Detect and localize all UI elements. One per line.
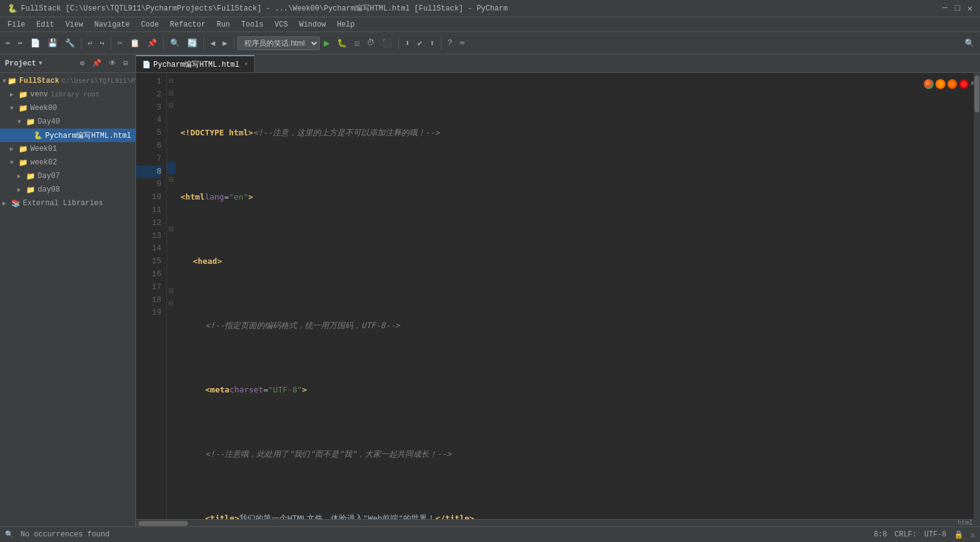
- toolbar-terminal-icon[interactable]: ⌨: [457, 36, 468, 50]
- menu-window[interactable]: Window: [294, 19, 331, 30]
- tree-file-pycharm-html[interactable]: ▶ 🐍 Pycharm编写HTML.html: [0, 129, 135, 142]
- lock-icon: 🔒: [954, 530, 963, 540]
- menu-code[interactable]: Code: [136, 19, 164, 30]
- run-button[interactable]: ▶: [321, 35, 333, 51]
- tab-label-pycharm-html: Pycharm编写HTML.html: [153, 59, 239, 70]
- toolbar-icon3[interactable]: 🔧: [62, 36, 78, 50]
- toolbar-sep5: [234, 37, 234, 49]
- tree-week01[interactable]: ▶ 📁 Week01: [0, 142, 135, 156]
- code-line-3: <head>: [181, 255, 943, 268]
- toolbar-redo-icon[interactable]: ↪: [96, 36, 108, 50]
- tree-day40[interactable]: ▼ 📁 Day40: [0, 115, 135, 129]
- code-line-6: <!--注意哦，此处用了"我们"而不是"我"，大家一起共同成长！-->: [181, 448, 943, 461]
- code-editor[interactable]: <!DOCTYPE html><!--注意，这里的上方是不可以添加注释的哦！--…: [176, 73, 943, 519]
- status-occurrences: No occurrences found: [20, 530, 109, 539]
- title-text: FullStack [C:\Users\TQTL911\PycharmProje…: [21, 3, 508, 14]
- toolbar-copy-icon[interactable]: 📋: [127, 36, 143, 50]
- tree-day07[interactable]: ▶ 📁 Day07: [0, 169, 135, 183]
- toolbar: ⬅ ➡ 📄 💾 🔧 ↩ ↪ ✂ 📋 📌 🔍 🔄 ◀ ▶ 程序员的笑话.html …: [0, 32, 980, 54]
- toolbar-cut-icon[interactable]: ✂: [114, 36, 126, 50]
- toolbar-replace-icon[interactable]: 🔄: [184, 36, 200, 50]
- close-button[interactable]: ✕: [968, 3, 973, 14]
- toolbar-save-icon[interactable]: 💾: [45, 36, 61, 50]
- tree-week00[interactable]: ▼ 📁 Week00: [0, 101, 135, 115]
- toolbar-vcs-push-icon[interactable]: ⬆: [427, 36, 438, 50]
- toolbar-sep1: [81, 37, 82, 49]
- project-eye-icon[interactable]: 👁: [106, 57, 119, 69]
- project-dropdown-icon[interactable]: ▼: [38, 60, 42, 67]
- toolbar-vcs-commit-icon[interactable]: ✔: [414, 36, 425, 50]
- warning-icon: ⚠: [971, 530, 975, 540]
- project-panel: ▼ 📁 FullStack C:\Users\TQTL911\Py ▶ 📁 ve…: [0, 73, 136, 527]
- tab-pycharm-html[interactable]: 📄 Pycharm编写HTML.html ×: [136, 55, 255, 72]
- main-area: ▼ 📁 FullStack C:\Users\TQTL911\Py ▶ 📁 ve…: [0, 73, 980, 527]
- toolbar-coverage-icon[interactable]: ☑: [351, 36, 362, 50]
- toolbar-left-icon[interactable]: ◀: [207, 36, 218, 50]
- editor-content[interactable]: 1 2 3 4 5 6 7 8 9 10 11 12 13 14 15 16 1…: [136, 73, 980, 519]
- project-label: Project: [5, 59, 36, 68]
- tree-root-fullstack[interactable]: ▼ 📁 FullStack C:\Users\TQTL911\Py: [0, 74, 135, 88]
- code-line-4: <!--指定页面的编码格式，统一用万国码，UTF-8-->: [181, 320, 943, 332]
- encoding[interactable]: UTF-8: [924, 530, 947, 539]
- code-line-1: <!DOCTYPE html><!--注意，这里的上方是不可以添加注释的哦！--…: [181, 127, 943, 140]
- minimize-button[interactable]: ─: [942, 3, 947, 14]
- menu-vcs[interactable]: VCS: [270, 19, 293, 30]
- code-line-7: <title>我们的第一个HTML文件，体验进入"Web前端"的世界！</tit…: [181, 512, 943, 519]
- toolbar-sep2: [111, 37, 111, 49]
- menu-refactor[interactable]: Refactor: [165, 19, 211, 30]
- toolbar-paste-icon[interactable]: 📌: [144, 36, 160, 50]
- editor-area: 1 2 3 4 5 6 7 8 9 10 11 12 13 14 15 16 1…: [136, 73, 980, 527]
- toolbar-sep7: [441, 37, 441, 49]
- project-panel-header: Project ▼ ⚙ 📌 👁 ⊟: [0, 54, 136, 72]
- vertical-scrollbar[interactable]: [974, 73, 980, 519]
- menu-help[interactable]: Help: [332, 19, 360, 30]
- toolbar-sep4: [203, 37, 204, 49]
- toolbar-search-icon[interactable]: 🔍: [167, 36, 183, 50]
- toolbar-global-search-icon[interactable]: 🔍: [961, 36, 978, 50]
- toolbar-profile-icon[interactable]: ⏱: [364, 36, 378, 49]
- status-message: 🔍 No occurrences found: [5, 530, 864, 539]
- line-numbers: 1 2 3 4 5 6 7 8 9 10 11 12 13 14 15 16 1…: [136, 73, 167, 519]
- cursor-position: 8:8: [874, 530, 887, 539]
- tab-close-button[interactable]: ×: [244, 61, 248, 68]
- tree-week02[interactable]: ▼ 📁 week02: [0, 156, 135, 169]
- tree-venv[interactable]: ▶ 📁 venv library root: [0, 88, 135, 101]
- menu-navigate[interactable]: Navigate: [89, 19, 135, 30]
- toolbar-new-icon[interactable]: 📄: [27, 36, 43, 50]
- tabs-row: Project ▼ ⚙ 📌 👁 ⊟ 📄 Pycharm编写HTML.html ×: [0, 54, 980, 73]
- menu-run[interactable]: Run: [211, 19, 235, 30]
- code-line-2: <html lang="en">: [181, 191, 943, 204]
- project-pin-icon[interactable]: 📌: [90, 57, 104, 69]
- toolbar-back-icon[interactable]: ⬅: [2, 36, 14, 50]
- toolbar-undo-icon[interactable]: ↩: [85, 36, 96, 50]
- toolbar-help-icon[interactable]: ?: [445, 36, 456, 49]
- tree-day08[interactable]: ▶ 📁 day08: [0, 183, 135, 197]
- toolbar-stop-icon[interactable]: ⬛: [379, 36, 395, 50]
- firefox-dark-icon[interactable]: [947, 79, 957, 89]
- editor-tabs: 📄 Pycharm编写HTML.html ×: [136, 54, 255, 72]
- project-collapse-icon[interactable]: ⊟: [121, 57, 130, 69]
- toolbar-right-icon[interactable]: ▶: [219, 36, 231, 50]
- horizontal-scrollbar[interactable]: html: [136, 519, 980, 527]
- project-tree: ▼ 📁 FullStack C:\Users\TQTL911\Py ▶ 📁 ve…: [0, 73, 135, 527]
- title-bar: 🐍 FullStack [C:\Users\TQTL911\PycharmPro…: [0, 0, 980, 17]
- firefox-icon[interactable]: [935, 79, 945, 89]
- line-ending[interactable]: CRLF:: [895, 530, 917, 539]
- opera-icon[interactable]: [959, 79, 969, 89]
- menu-view[interactable]: View: [61, 19, 88, 30]
- toolbar-debug-icon[interactable]: 🐛: [334, 36, 350, 50]
- status-right-panel: 8:8 CRLF: UTF-8 🔒 ⚠: [874, 530, 975, 540]
- project-gear-icon[interactable]: ⚙: [78, 57, 87, 69]
- tree-external-libraries[interactable]: ▶ 📚 External Libraries: [0, 197, 135, 210]
- chrome-icon[interactable]: [924, 79, 934, 89]
- menu-tools[interactable]: Tools: [236, 19, 268, 30]
- code-line-5: <meta charset="UTF-8">: [181, 384, 943, 397]
- toolbar-forward-icon[interactable]: ➡: [15, 36, 26, 50]
- menu-file[interactable]: File: [2, 19, 30, 30]
- maximize-button[interactable]: □: [955, 3, 960, 14]
- menu-bar: File Edit View Navigate Code Refactor Ru…: [0, 17, 980, 32]
- menu-edit[interactable]: Edit: [32, 19, 59, 30]
- toolbar-sep3: [163, 37, 164, 49]
- toolbar-vcs-update-icon[interactable]: ⬇: [402, 36, 413, 50]
- run-config-dropdown[interactable]: 程序员的笑话.html: [237, 36, 320, 50]
